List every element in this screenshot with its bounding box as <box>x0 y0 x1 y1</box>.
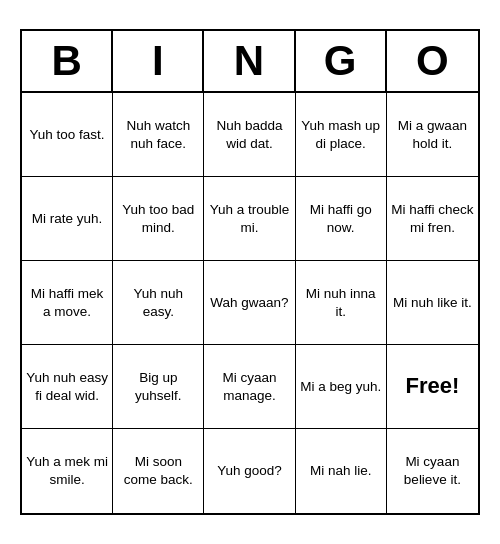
bingo-cell-4[interactable]: Mi a gwaan hold it. <box>387 93 478 177</box>
bingo-cell-3[interactable]: Yuh mash up di place. <box>296 93 387 177</box>
bingo-cell-10[interactable]: Mi haffi mek a move. <box>22 261 113 345</box>
bingo-cell-2[interactable]: Nuh badda wid dat. <box>204 93 295 177</box>
bingo-card: B I N G O Yuh too fast.Nuh watch nuh fac… <box>20 29 480 515</box>
bingo-cell-11[interactable]: Yuh nuh easy. <box>113 261 204 345</box>
bingo-cell-0[interactable]: Yuh too fast. <box>22 93 113 177</box>
bingo-cell-12[interactable]: Wah gwaan? <box>204 261 295 345</box>
bingo-cell-13[interactable]: Mi nuh inna it. <box>296 261 387 345</box>
bingo-cell-19[interactable]: Free! <box>387 345 478 429</box>
bingo-cell-15[interactable]: Yuh nuh easy fi deal wid. <box>22 345 113 429</box>
bingo-header: B I N G O <box>22 31 478 93</box>
header-b: B <box>22 31 113 91</box>
bingo-cell-9[interactable]: Mi haffi check mi fren. <box>387 177 478 261</box>
bingo-cell-16[interactable]: Big up yuhself. <box>113 345 204 429</box>
bingo-cell-7[interactable]: Yuh a trouble mi. <box>204 177 295 261</box>
bingo-cell-1[interactable]: Nuh watch nuh face. <box>113 93 204 177</box>
bingo-cell-21[interactable]: Mi soon come back. <box>113 429 204 513</box>
bingo-cell-14[interactable]: Mi nuh like it. <box>387 261 478 345</box>
bingo-cell-17[interactable]: Mi cyaan manage. <box>204 345 295 429</box>
header-o: O <box>387 31 478 91</box>
header-n: N <box>204 31 295 91</box>
bingo-cell-23[interactable]: Mi nah lie. <box>296 429 387 513</box>
header-i: I <box>113 31 204 91</box>
bingo-cell-6[interactable]: Yuh too bad mind. <box>113 177 204 261</box>
bingo-cell-18[interactable]: Mi a beg yuh. <box>296 345 387 429</box>
bingo-cell-8[interactable]: Mi haffi go now. <box>296 177 387 261</box>
header-g: G <box>296 31 387 91</box>
bingo-cell-5[interactable]: Mi rate yuh. <box>22 177 113 261</box>
bingo-cell-20[interactable]: Yuh a mek mi smile. <box>22 429 113 513</box>
bingo-grid: Yuh too fast.Nuh watch nuh face.Nuh badd… <box>22 93 478 513</box>
bingo-cell-24[interactable]: Mi cyaan believe it. <box>387 429 478 513</box>
bingo-cell-22[interactable]: Yuh good? <box>204 429 295 513</box>
